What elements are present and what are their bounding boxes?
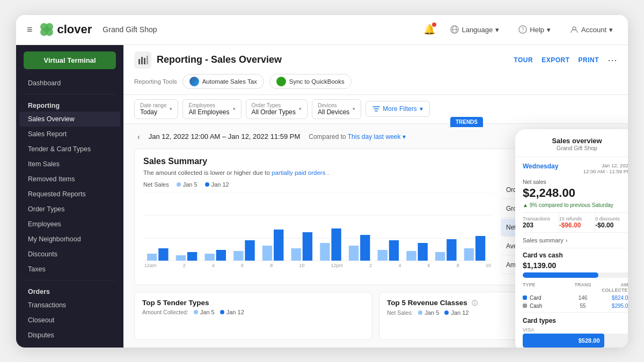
- legend-jan12-dot: [205, 182, 209, 187]
- tender-jan5-legend: Jan 5: [194, 309, 215, 315]
- language-button[interactable]: Language ▾: [446, 23, 503, 36]
- more-filters-button[interactable]: More Filters ▾: [365, 101, 429, 117]
- sidebar: Virtual Terminal Dashboard Reporting Sal…: [16, 45, 123, 348]
- virtual-terminal-button[interactable]: Virtual Terminal: [24, 51, 116, 69]
- devices-filter[interactable]: Devices All Devices ▾: [312, 99, 361, 119]
- sidebar-item-discounts[interactable]: Discounts: [19, 247, 120, 262]
- page-title-row: Reporting - Sales Overview: [134, 51, 282, 69]
- svg-rect-24: [158, 248, 168, 261]
- trends-badge[interactable]: TRENDS: [450, 117, 483, 127]
- mobile-card-bar-fill: [523, 272, 598, 278]
- sidebar-item-sales-report[interactable]: Sales Report: [19, 127, 120, 142]
- sidebar-item-dashboard[interactable]: Dashboard: [19, 76, 120, 91]
- svg-rect-41: [406, 251, 416, 261]
- sidebar-item-closeout[interactable]: Closeout: [19, 313, 120, 328]
- sidebar-item-requested-reports[interactable]: Requested Reports: [19, 187, 120, 202]
- svg-rect-35: [320, 243, 330, 261]
- date-range-filter[interactable]: Date range Today ▾: [134, 99, 178, 119]
- mobile-card-bar-bg: [523, 272, 628, 278]
- mobile-time: 12:00 AM - 11:59 PM: [583, 168, 628, 174]
- page-header: Reporting - Sales Overview TOUR EXPORT P…: [123, 45, 628, 95]
- order-types-filter[interactable]: Order Types All Order Types ▾: [246, 99, 308, 119]
- compared-link[interactable]: This day last week ▾: [348, 133, 406, 141]
- mobile-discounts-val: -$0.00: [595, 221, 628, 229]
- svg-rect-43: [435, 252, 445, 261]
- employees-filter[interactable]: Employees All Employees ▾: [182, 99, 241, 119]
- svg-rect-31: [262, 246, 272, 261]
- mobile-table-row-cash: Cash 55 $295.00: [523, 303, 628, 309]
- sidebar-item-item-sales[interactable]: Item Sales: [19, 157, 120, 172]
- help-button[interactable]: ? Help ▾: [514, 23, 555, 36]
- automate-sales-tax-button[interactable]: Automate Sales Tax: [182, 74, 264, 89]
- tender-jan12-dot: [220, 310, 224, 314]
- sidebar-item-taxes[interactable]: Taxes: [19, 262, 120, 277]
- date-prev-arrow[interactable]: ‹: [134, 131, 143, 142]
- mobile-card-types-title: Card types: [523, 317, 628, 324]
- page-icon: [134, 51, 151, 69]
- automate-icon: [189, 77, 199, 86]
- page-actions: TOUR EXPORT PRINT ⋯: [514, 54, 617, 66]
- tender-jan5-label: Jan 5: [200, 309, 215, 315]
- sidebar-item-tender-card[interactable]: Tender & Card Types: [19, 142, 120, 157]
- mobile-title: Sales overview: [524, 137, 628, 145]
- svg-text:?: ?: [521, 27, 524, 33]
- partially-paid-link[interactable]: partially paid orders: [272, 169, 325, 176]
- hamburger-icon[interactable]: ≡: [27, 24, 33, 35]
- chart-x-labels: 12am 2 4 6 8 10 12pm 2 4 6 8: [143, 263, 492, 268]
- nav-right: 🔔 Language ▾ ? Help ▾ Account ▾: [423, 23, 617, 36]
- sync-quickbooks-button[interactable]: Sync to QuickBooks: [269, 74, 352, 89]
- sidebar-item-transactions[interactable]: Transactions: [19, 298, 120, 313]
- sidebar-item-disputes[interactable]: Disputes: [19, 328, 120, 343]
- sidebar-item-cash-log[interactable]: Cash Log: [19, 343, 120, 348]
- sidebar-item-order-types[interactable]: Order Types: [19, 202, 120, 217]
- mobile-header: Sales overview Grand Gift Shop: [515, 129, 628, 157]
- svg-rect-46: [475, 236, 485, 261]
- revenue-info: ⓘ: [472, 300, 478, 306]
- svg-rect-30: [245, 240, 254, 261]
- top-nav: ≡ clover Grand Gift Shop 🔔 Language ▾ ?: [16, 15, 628, 45]
- sidebar-item-employees[interactable]: Employees: [19, 217, 120, 232]
- date-range-text: Jan 12, 2022 12:00 AM – Jan 12, 2022 11:…: [149, 132, 301, 141]
- mobile-card-vs-cash-amount: $1,139.00: [523, 261, 628, 270]
- tender-amount-label: Amount Collected:: [142, 309, 188, 315]
- mobile-sales-summary-text: Sales summary: [523, 237, 564, 243]
- mobile-stat-refunds: 15 refunds -$96.00: [559, 213, 596, 232]
- more-filters-label: More Filters: [383, 105, 416, 113]
- legend-jan5: Jan 5: [177, 181, 197, 188]
- sidebar-item-sales-overview[interactable]: Sales Overview: [19, 112, 120, 127]
- more-button[interactable]: ⋯: [608, 54, 617, 66]
- reporting-icon: [137, 55, 148, 65]
- language-arrow: ▾: [495, 26, 499, 34]
- tour-button[interactable]: TOUR: [514, 56, 533, 64]
- svg-rect-11: [138, 59, 140, 64]
- legend-jan5-label: Jan 5: [183, 181, 197, 188]
- help-arrow: ▾: [547, 26, 551, 34]
- mobile-visa-label: VISA: [523, 327, 628, 333]
- order-types-arrow: ▾: [299, 106, 302, 112]
- language-label: Language: [462, 26, 493, 34]
- mobile-sales-summary-link[interactable]: Sales summary ›: [523, 237, 628, 243]
- main-container: ≡ clover Grand Gift Shop 🔔 Language ▾ ?: [16, 15, 628, 348]
- reporting-tools-row: Reporting Tools Automate Sales Tax Sync …: [134, 74, 617, 94]
- nav-logo: clover: [39, 22, 92, 37]
- revenue-jan5-label: Jan 5: [425, 309, 439, 316]
- net-sales-label: Net Sales: [143, 181, 169, 188]
- revenue-jan5-dot: [418, 311, 422, 315]
- legend-jan5-dot: [177, 182, 181, 187]
- legend-jan12: Jan 12: [205, 181, 229, 188]
- mobile-growth: ▲ 9% compared to previous Saturday: [523, 202, 628, 208]
- export-button[interactable]: EXPORT: [541, 56, 569, 64]
- mobile-day: Wednesday: [523, 162, 558, 170]
- account-button[interactable]: Account ▾: [566, 23, 617, 36]
- mobile-visa-bar-bg: $528.00: [523, 334, 628, 348]
- svg-rect-36: [331, 228, 341, 261]
- sidebar-item-removed-items[interactable]: Removed Items: [19, 172, 120, 187]
- legend-jan12-label: Jan 12: [211, 181, 229, 188]
- tender-legend: Amount Collected: Jan 5 Jan 12: [142, 309, 364, 315]
- chart-area: Net Sales Jan 5 Jan 12: [143, 181, 492, 274]
- bell-icon[interactable]: 🔔: [423, 24, 435, 35]
- svg-rect-25: [176, 255, 186, 261]
- print-button[interactable]: PRINT: [579, 56, 599, 64]
- reporting-tools-label: Reporting Tools: [134, 78, 177, 85]
- sidebar-item-my-neighborhood[interactable]: My Neighborhood: [19, 232, 120, 247]
